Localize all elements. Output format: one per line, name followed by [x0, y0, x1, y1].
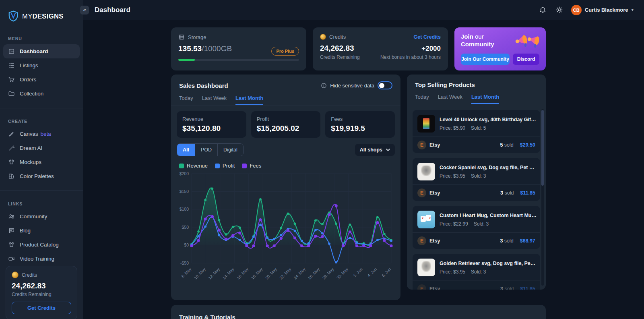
marketplace-name: Etsy [429, 238, 440, 244]
credits-label: Credits [22, 272, 37, 278]
stat-label: Revenue [182, 116, 241, 122]
brand-logo-shield-icon [8, 10, 19, 22]
filter-all-button[interactable]: All [177, 144, 195, 156]
chevron-down-icon [386, 149, 390, 151]
sidebar-item-color-palettes[interactable]: Color Palettes [3, 169, 80, 183]
tshirt-icon [8, 159, 15, 166]
storage-card: Storage 135.53/1000GB Pro Plus [171, 27, 306, 70]
community-card: Join our Community [454, 27, 546, 70]
sidebar-item-label: Video Training [20, 256, 54, 262]
create-nav: Canvas beta Dream AI Mockups Color Palet… [0, 127, 83, 183]
products-list: Level 40 Unlock svg, 40th Birthday Gift … [407, 104, 546, 290]
legend-swatch [179, 164, 184, 168]
product-price: Price: $5.90 [440, 125, 465, 131]
gear-icon [555, 6, 563, 14]
sidebar-item-dashboard[interactable]: Dashboard [3, 44, 80, 58]
sidebar-item-product-catalog[interactable]: Product Catalog [3, 238, 80, 252]
legend-swatch [242, 164, 247, 168]
products-panel-title: Top Selling Products [415, 81, 475, 88]
svg-text:26. May: 26. May [307, 267, 320, 280]
sale-amount: $11.85 [520, 190, 535, 196]
sidebar-item-blog[interactable]: Blog [3, 224, 80, 238]
svg-text:12. May: 12. May [207, 267, 221, 280]
discord-button[interactable]: Discord [513, 54, 539, 65]
product-sold: Sold: 3 [471, 173, 486, 179]
sidebar-item-mockups[interactable]: Mockups [3, 155, 80, 169]
etsy-icon: E [417, 188, 426, 197]
sidebar-item-video-training[interactable]: Video Training [3, 252, 80, 266]
tab-last-month[interactable]: Last Month [471, 93, 499, 104]
sidebar-item-listings[interactable]: Listings [3, 58, 80, 72]
product-list-item[interactable]: Cocker Spaniel svg, Dog svg file, Pet sv… [413, 158, 540, 201]
join-community-button[interactable]: Join Our Community [461, 54, 510, 65]
list-icon [8, 62, 15, 69]
filter-digital-button[interactable]: Digital [217, 144, 243, 156]
product-list-item[interactable]: Golden Retriever svg, Dog svg file, Pet … [413, 254, 540, 290]
sidebar-item-label: Canvas beta [20, 131, 51, 137]
brand[interactable]: MYDESIGNS [0, 0, 83, 26]
product-sold: Sold: 3 [471, 269, 486, 275]
sidebar-item-community[interactable]: Community [3, 209, 80, 224]
summary-cards-row: Storage 135.53/1000GB Pro Plus Credits G… [171, 27, 546, 70]
svg-text:22. May: 22. May [279, 267, 292, 280]
main-area: Storage 135.53/1000GB Pro Plus Credits G… [83, 20, 644, 319]
chart-legend: Revenue Profit Fees [179, 163, 392, 169]
sidebar-item-canvas[interactable]: Canvas beta [3, 127, 80, 141]
training-panel-title: Training & Tutorials [179, 314, 538, 319]
sidebar-item-label: Dashboard [20, 48, 48, 54]
user-menu[interactable]: CB Curtis Blackmore ▾ [571, 5, 634, 15]
page-title: Dashboard [95, 6, 130, 14]
sidebar-item-label: Collection [20, 91, 43, 97]
svg-text:$150: $150 [180, 189, 189, 194]
settings-button[interactable] [555, 5, 564, 14]
cart-icon [8, 76, 15, 83]
tab-last-week[interactable]: Last Week [438, 93, 462, 104]
sidebar-item-orders[interactable]: Orders [3, 72, 80, 87]
product-list-item[interactable]: Custom I Heart Mug, Custom Heart Mug,...… [413, 206, 540, 249]
hide-sensitive-toggle[interactable] [378, 81, 392, 89]
sidebar-item-dream-ai[interactable]: Dream AI [3, 141, 80, 155]
legend-revenue[interactable]: Revenue [179, 163, 208, 169]
brand-name: MYDESIGNS [22, 12, 64, 20]
filter-pod-button[interactable]: POD [195, 144, 217, 156]
scrollbar-thumb[interactable] [541, 110, 544, 186]
stat-value: $19,919.5 [331, 124, 389, 133]
legend-swatch [215, 164, 220, 168]
tab-today[interactable]: Today [415, 93, 429, 104]
topbar: « Dashboard CB Curtis Blackmore ▾ [83, 0, 644, 20]
storage-label: Storage [188, 34, 206, 40]
sidebar-item-collection[interactable]: Collection [3, 87, 80, 101]
tab-last-month[interactable]: Last Month [235, 94, 263, 105]
credits-bonus: +2000 [421, 45, 441, 53]
product-list-item[interactable]: Level 40 Unlock svg, 40th Birthday Gift … [413, 110, 540, 153]
get-credits-button[interactable]: Get Credits [12, 302, 71, 314]
product-price: Price: $3.95 [440, 269, 465, 275]
tab-last-week[interactable]: Last Week [202, 94, 227, 105]
toggle-knob [379, 83, 384, 88]
svg-text:24. May: 24. May [293, 267, 306, 280]
stat-value: $35,120.80 [182, 124, 241, 133]
storage-progress-fill [178, 59, 195, 61]
sidebar-collapse-button[interactable]: « [80, 6, 89, 14]
product-title: Golden Retriever svg, Dog svg file, Pet … [440, 261, 537, 266]
fees-stat-card: Fees $19,919.5 [325, 111, 395, 138]
palette-icon [8, 173, 15, 180]
sales-tabs: Today Last Week Last Month [171, 89, 400, 106]
shop-filter-dropdown[interactable]: All shops [355, 144, 395, 156]
svg-text:$0: $0 [184, 242, 189, 247]
marketplace-name: Etsy [429, 142, 440, 148]
wand-icon [8, 145, 15, 151]
svg-text:$50: $50 [182, 225, 189, 230]
legend-profit[interactable]: Profit [215, 163, 235, 169]
tab-today[interactable]: Today [179, 94, 193, 105]
get-credits-link[interactable]: Get Credits [414, 34, 441, 40]
svg-text:-$50: -$50 [180, 261, 189, 265]
product-thumbnail [417, 115, 435, 133]
notifications-button[interactable] [538, 5, 547, 14]
legend-fees[interactable]: Fees [242, 163, 261, 169]
stat-value: $15,2005.02 [257, 124, 315, 133]
sidebar-item-label: Orders [20, 77, 36, 83]
sidebar-credits-card: Credits 24,262.83 Credits Remaining Get … [6, 266, 77, 319]
products-tabs: Today Last Week Last Month [407, 88, 546, 104]
sidebar-item-label: Listings [20, 62, 38, 68]
